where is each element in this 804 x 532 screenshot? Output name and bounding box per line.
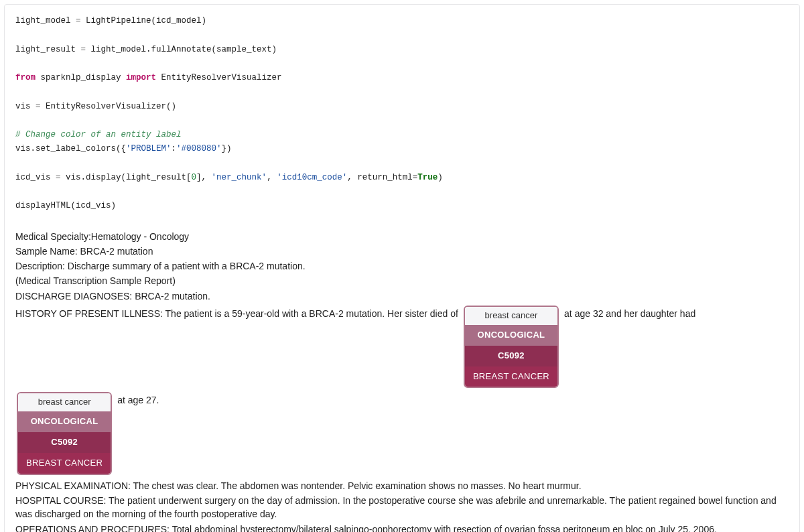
history-text: at age 27.	[117, 392, 159, 408]
physical-exam: PHYSICAL EXAMINATION: The chest was clea…	[15, 479, 789, 492]
operations: OPERATIONS AND PROCEDURES: Total abdomin…	[15, 523, 789, 532]
entity-code: C5092	[465, 346, 557, 367]
entity-chunk: breast cancer	[18, 393, 111, 411]
entity-chunk: breast cancer	[465, 307, 557, 325]
entity-label: ONCOLOGICAL	[18, 411, 111, 432]
rendered-output: Medical Specialty:Hematology - Oncology …	[15, 230, 789, 533]
entity-breast-cancer-1: breast cancer ONCOLOGICAL C5092 BREAST C…	[464, 306, 559, 388]
entity-breast-cancer-2: breast cancer ONCOLOGICAL C5092 BREAST C…	[17, 392, 112, 474]
entity-code: C5092	[18, 432, 111, 453]
meta-line: Sample Name: BRCA-2 mutation	[15, 245, 789, 258]
meta-line: Description: Discharge summary of a pati…	[15, 259, 789, 273]
meta-line: (Medical Transcription Sample Report)	[15, 274, 789, 287]
history-text: HISTORY OF PRESENT ILLNESS: The patient …	[15, 306, 458, 322]
history-line: HISTORY OF PRESENT ILLNESS: The patient …	[15, 306, 789, 475]
hospital-course: HOSPITAL COURSE: The patient underwent s…	[15, 494, 789, 521]
entity-resolution: BREAST CANCER	[18, 453, 111, 474]
entity-resolution: BREAST CANCER	[465, 367, 557, 387]
meta-line: DISCHARGE DIAGNOSES: BRCA-2 mutation.	[15, 289, 789, 303]
history-text: at age 32 and her daughter had	[564, 306, 695, 322]
entity-label: ONCOLOGICAL	[465, 325, 557, 346]
code-block: light_model = LightPipeline(icd_model) l…	[15, 14, 789, 214]
meta-line: Medical Specialty:Hematology - Oncology	[15, 230, 789, 243]
